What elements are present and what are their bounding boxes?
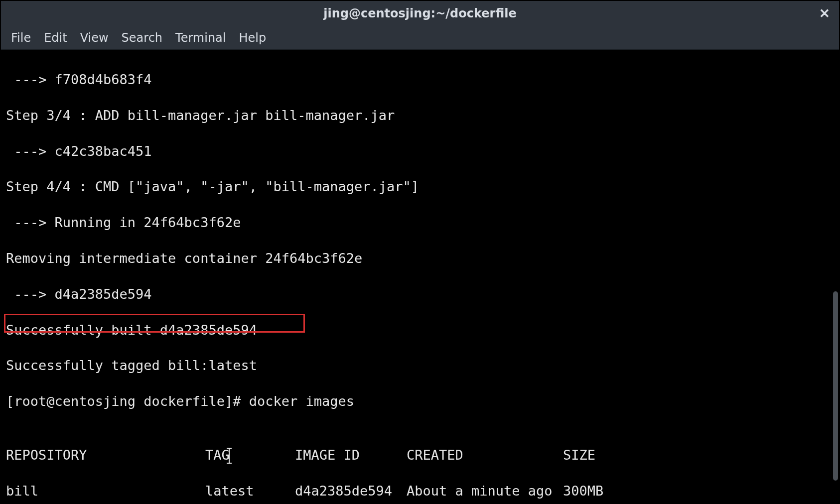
menu-search[interactable]: Search <box>122 31 162 45</box>
window-title: jing@centosjing:~/dockerfile <box>323 6 516 20</box>
output-line: Successfully tagged bill:latest <box>6 357 834 375</box>
terminal-area[interactable]: ---> f708d4b683f4 Step 3/4 : ADD bill-ma… <box>1 50 839 503</box>
col-tag: TAG <box>205 447 230 463</box>
docker-images-table: REPOSITORYTAGIMAGE IDCREATEDSIZE billlat… <box>6 428 834 503</box>
col-repository: REPOSITORY <box>6 446 205 464</box>
output-line: ---> c42c38bac451 <box>6 142 834 160</box>
output-line: Successfully built d4a2385de594 <box>6 321 834 339</box>
output-line: ---> d4a2385de594 <box>6 285 834 303</box>
menubar: File Edit View Search Terminal Help <box>1 26 839 50</box>
output-line: Step 4/4 : CMD ["java", "-jar", "bill-ma… <box>6 178 834 196</box>
output-line: ---> f708d4b683f4 <box>6 71 834 89</box>
cell-tag: latest <box>205 482 295 500</box>
menu-view[interactable]: View <box>80 31 109 45</box>
col-image-id: IMAGE ID <box>295 446 407 464</box>
cell-size: 300MB <box>563 482 834 500</box>
cell-id: d4a2385de594 <box>295 482 407 500</box>
titlebar[interactable]: jing@centosjing:~/dockerfile ✕ <box>1 1 839 26</box>
terminal-window: jing@centosjing:~/dockerfile ✕ File Edit… <box>0 0 840 504</box>
menu-terminal[interactable]: Terminal <box>175 31 226 45</box>
close-icon[interactable]: ✕ <box>819 7 830 20</box>
table-header: REPOSITORYTAGIMAGE IDCREATEDSIZE <box>6 446 834 464</box>
cell-repo: bill <box>6 482 205 500</box>
text-cursor-icon <box>229 449 230 463</box>
output-line: Removing intermediate container 24f64bc3… <box>6 250 834 267</box>
menu-help[interactable]: Help <box>239 31 267 45</box>
prompt-line: [root@centosjing dockerfile]# docker ima… <box>6 392 834 410</box>
table-row: billlatestd4a2385de594About a minute ago… <box>6 482 834 500</box>
menu-edit[interactable]: Edit <box>44 31 67 45</box>
menu-file[interactable]: File <box>11 31 31 45</box>
scrollbar[interactable] <box>833 291 838 481</box>
output-line: ---> Running in 24f64bc3f62e <box>6 214 834 232</box>
cell-created: About a minute ago <box>407 482 563 500</box>
col-size: SIZE <box>563 446 834 464</box>
output-line: Step 3/4 : ADD bill-manager.jar bill-man… <box>6 107 834 125</box>
col-created: CREATED <box>407 446 563 464</box>
